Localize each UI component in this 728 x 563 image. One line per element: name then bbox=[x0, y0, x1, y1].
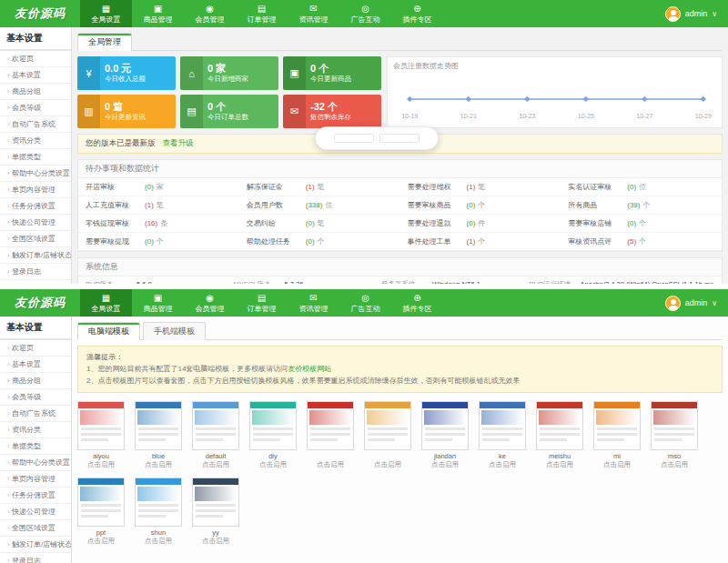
todo-item[interactable]: 零钱提现审核 16 条 bbox=[78, 215, 239, 233]
sidebar-item[interactable]: 帮助中心分类设置 bbox=[0, 166, 71, 182]
sidebar-item[interactable]: 单页内容管理 bbox=[0, 182, 71, 198]
sidebar-item[interactable]: 触发订单/店铺状态 bbox=[0, 537, 71, 553]
sidebar-item[interactable]: 会员等级 bbox=[0, 389, 71, 406]
template-enable-button[interactable]: 点击启用 bbox=[593, 460, 641, 469]
template-thumbnail[interactable] bbox=[593, 401, 641, 450]
todo-item[interactable]: 需要审核店铺 0 个 bbox=[561, 215, 722, 233]
template-enable-button[interactable]: 点击启用 bbox=[77, 537, 125, 546]
todo-item[interactable]: 实名认证审核 0 位 bbox=[561, 178, 722, 196]
template-enable-button[interactable]: 点击启用 bbox=[192, 460, 239, 469]
sidebar-item[interactable]: 任务分佣设置 bbox=[0, 198, 71, 215]
template-enable-button[interactable]: 点击启用 bbox=[249, 460, 297, 469]
sidebar-item[interactable]: 单据类型 bbox=[0, 149, 71, 166]
sidebar-item[interactable]: 自动广告系统 bbox=[0, 116, 71, 133]
sidebar-item[interactable]: 自动广告系统 bbox=[0, 406, 71, 422]
upgrade-link[interactable]: 查看升级 bbox=[163, 138, 194, 149]
template-thumbnail[interactable] bbox=[192, 401, 239, 450]
sidebar-item[interactable]: 快递公司管理 bbox=[0, 215, 71, 231]
template-thumbnail[interactable] bbox=[249, 401, 297, 450]
sidebar-item[interactable]: 资讯分类 bbox=[0, 133, 71, 149]
nav-item[interactable]: ▤ 订单管理 bbox=[236, 289, 288, 317]
template-enable-button[interactable]: 点击启用 bbox=[651, 460, 698, 469]
template-thumbnail[interactable] bbox=[135, 478, 182, 527]
template-thumbnail[interactable] bbox=[307, 401, 354, 450]
dashboard-main: 全局管理 ¥ 0.0 元 今日收入总额 bbox=[72, 27, 728, 284]
admin-menu[interactable]: admin ∨ bbox=[665, 0, 728, 27]
sidebar-item[interactable]: 基本设置 bbox=[0, 67, 71, 84]
sidebar-item[interactable]: 任务分佣设置 bbox=[0, 488, 71, 504]
template-thumbnail[interactable] bbox=[479, 401, 526, 450]
nav-label: 订单管理 bbox=[248, 15, 277, 25]
nav-item[interactable]: ◉ 会员管理 bbox=[184, 289, 236, 317]
nav-item[interactable]: ▦ 全局设置 bbox=[80, 289, 132, 317]
sidebar-item[interactable]: 登录日志 bbox=[0, 553, 71, 563]
template-enable-button[interactable]: 点击启用 bbox=[135, 460, 182, 469]
todo-item[interactable]: 需要处理维权 1 笔 bbox=[400, 178, 561, 196]
template-enable-button[interactable]: 点击启用 bbox=[364, 460, 411, 469]
template-enable-button[interactable]: 点击启用 bbox=[135, 537, 182, 546]
template-thumbnail[interactable] bbox=[651, 401, 698, 450]
logo[interactable]: 友价源码 bbox=[0, 289, 80, 317]
nav-item[interactable]: ◎ 广告互动 bbox=[339, 289, 391, 317]
template-enable-button[interactable]: 点击启用 bbox=[479, 460, 526, 469]
sidebar-item[interactable]: 快递公司管理 bbox=[0, 504, 71, 520]
logo[interactable]: 友价源码 bbox=[0, 0, 80, 27]
tab-global-admin[interactable]: 全局管理 bbox=[77, 33, 132, 51]
template-thumbnail[interactable] bbox=[135, 401, 182, 450]
todo-item[interactable]: 人工充值审核 1 笔 bbox=[78, 196, 239, 215]
nav-item[interactable]: ⊕ 插件专区 bbox=[391, 289, 443, 317]
todo-item[interactable]: 帮助处理任务 0 个 bbox=[239, 233, 400, 251]
todo-item[interactable]: 解冻保证金 1 笔 bbox=[239, 178, 400, 196]
sidebar-item[interactable]: 商品分组 bbox=[0, 84, 71, 100]
template-thumbnail[interactable] bbox=[77, 478, 125, 527]
sidebar-item[interactable]: 帮助中心分类设置 bbox=[0, 455, 71, 471]
sysinfo-item: PHP运行环境 Apache/2.4.39 (Win64) OpenSSL/1.… bbox=[522, 276, 722, 284]
nav-item[interactable]: ◎ 广告互动 bbox=[339, 0, 391, 27]
todo-item[interactable]: 会员用户数 338 位 bbox=[239, 196, 400, 215]
nav-item[interactable]: ▣ 商品管理 bbox=[132, 289, 184, 317]
todo-item[interactable]: 需要审核商品 0 个 bbox=[400, 196, 561, 215]
template-enable-button[interactable]: 点击启用 bbox=[77, 460, 125, 469]
template-thumbnail[interactable] bbox=[536, 401, 583, 450]
nav-item[interactable]: ✉ 资讯管理 bbox=[288, 0, 339, 27]
nav-item[interactable]: ▦ 全局设置 bbox=[80, 0, 132, 27]
nav-item[interactable]: ▣ 商品管理 bbox=[132, 0, 184, 27]
template-site-link[interactable]: 友价模板网站 bbox=[288, 365, 331, 373]
nav-item[interactable]: ◉ 会员管理 bbox=[184, 0, 236, 27]
todo-item[interactable]: 需要处理退款 0 件 bbox=[400, 215, 561, 233]
template-thumbnail[interactable] bbox=[421, 401, 469, 450]
template-thumbnail[interactable] bbox=[192, 478, 239, 527]
sidebar-item[interactable]: 全国区域设置 bbox=[0, 520, 71, 537]
template-thumbnail[interactable] bbox=[77, 401, 125, 450]
sidebar-item[interactable]: 基本设置 bbox=[0, 357, 71, 373]
sidebar-item[interactable]: 全国区域设置 bbox=[0, 231, 71, 247]
sidebar-item[interactable]: 欢迎页 bbox=[0, 51, 71, 67]
sidebar-item[interactable]: 欢迎页 bbox=[0, 340, 71, 357]
template-enable-button[interactable]: 点击启用 bbox=[307, 460, 354, 469]
sidebar-item[interactable]: 商品分组 bbox=[0, 373, 71, 389]
admin-menu[interactable]: admin ∨ bbox=[665, 289, 728, 317]
sidebar-item[interactable]: 单页内容管理 bbox=[0, 471, 71, 488]
sidebar-item[interactable]: 电脑端模板管理 bbox=[0, 280, 71, 284]
todo-item[interactable]: 需要审核提现 0 个 bbox=[78, 233, 239, 251]
tab-pc-templates[interactable]: 电脑端模板 bbox=[77, 322, 140, 340]
todo-item[interactable]: 所有商品 39 个 bbox=[561, 196, 722, 215]
todo-item[interactable]: 审核资讯点评 5 个 bbox=[561, 233, 722, 251]
nav-item[interactable]: ⊕ 插件专区 bbox=[391, 0, 443, 27]
template-enable-button[interactable]: 点击启用 bbox=[192, 537, 239, 546]
template-enable-button[interactable]: 点击启用 bbox=[421, 460, 469, 469]
sidebar-item[interactable]: 触发订单/店铺状态 bbox=[0, 247, 71, 264]
todo-item[interactable]: 开店审核 0 家 bbox=[78, 178, 239, 196]
todo-item[interactable]: 事件处理工单 1 个 bbox=[400, 233, 561, 251]
chart-title: 会员注册数据走势图 bbox=[393, 61, 716, 71]
sidebar-item[interactable]: 单据类型 bbox=[0, 438, 71, 455]
template-enable-button[interactable]: 点击启用 bbox=[536, 460, 583, 469]
sidebar-item[interactable]: 资讯分类 bbox=[0, 422, 71, 438]
todo-item[interactable]: 交易纠纷 0 笔 bbox=[239, 215, 400, 233]
sidebar-item[interactable]: 登录日志 bbox=[0, 264, 71, 280]
nav-item[interactable]: ▤ 订单管理 bbox=[236, 0, 288, 27]
nav-item[interactable]: ✉ 资讯管理 bbox=[288, 289, 339, 317]
tab-mobile-templates[interactable]: 手机端模板 bbox=[143, 322, 206, 340]
template-thumbnail[interactable] bbox=[364, 401, 411, 450]
sidebar-item[interactable]: 会员等级 bbox=[0, 100, 71, 116]
